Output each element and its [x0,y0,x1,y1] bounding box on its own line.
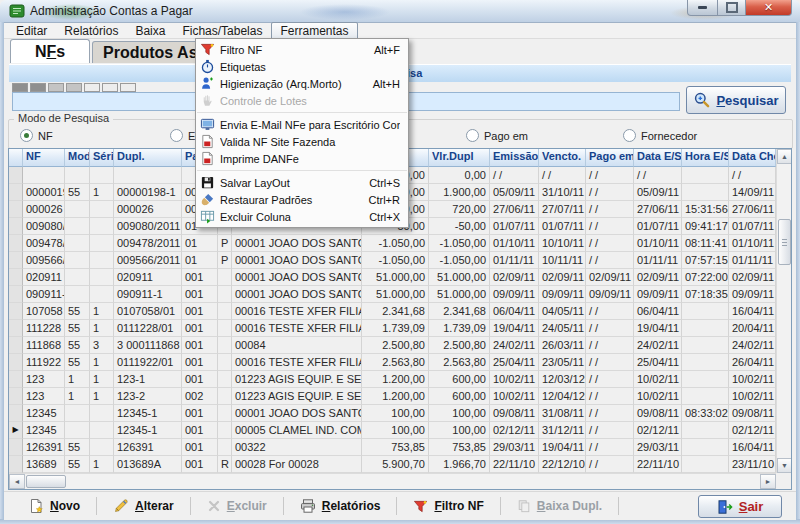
grid-header-vencto[interactable]: Vencto. [539,149,586,167]
grid-header-emissao[interactable]: Emissão [490,149,539,167]
grid-row-14[interactable]: 1234512345-100100001 JOAO DOS SANTOS100,… [9,405,776,422]
cell-data_cheg: 10/02/11 [729,388,776,405]
grid-header-mod[interactable]: Mod. [65,149,90,167]
cell-vencto: / / [539,167,586,184]
menubar-item-baixa[interactable]: Baixa [127,23,173,39]
menubar-item-fichas-tabelas[interactable]: Fichas/Tabelas [174,23,270,39]
cell-data_cheg: 01/10/11 [729,235,776,252]
cell-vlr_dupl: 720,00 [429,201,490,218]
grid-header-data_es[interactable]: Data E/S [634,149,682,167]
close-button[interactable]: ✕ [745,0,792,16]
cell-data_es: 10/02/11 [634,371,682,388]
scroll-down-button[interactable]: ▼ [777,458,792,473]
cell-hora_es [682,184,729,201]
cell-vencto: 04/05/11 [539,303,586,320]
cell-dupl: 009566/2011 [114,252,182,269]
row-selector [9,235,23,252]
cell-data_cheg: 09/09/11 [729,286,776,303]
vertical-scrollbar[interactable]: ▲ ▼ [776,149,791,473]
scroll-right-button[interactable]: ► [760,474,776,489]
grid-row-15[interactable]: ▶1234512345-100100005 CLAMEL IND. COM. P… [9,422,776,439]
cell-nf: 126391 [23,439,65,456]
horizontal-scrollbar[interactable]: ◄ ► [9,473,776,489]
cell-pago_em: / / [586,201,634,218]
row-selector [9,167,23,184]
button-label: Alterar [135,499,174,513]
cell-pa: 001 [182,286,218,303]
menubar-item-ferramentas[interactable]: Ferramentas [271,22,357,40]
grid-row-4[interactable]: 009478/2009478/201101P00001 JOAO DOS SAN… [9,235,776,252]
baixa-dupl-button: Baixa Dupl. [509,499,610,513]
menu-item-etiquetas[interactable]: Etiquetas [196,58,408,75]
cell-emissao: 01/07/11 [490,218,539,235]
cell-serie: 1 [90,184,114,201]
grid-header-serie[interactable]: Série [90,149,114,167]
grid-row-17[interactable]: 13689551013689A001R00028 For 000285.900,… [9,456,776,473]
scroll-up-button[interactable]: ▲ [777,149,792,164]
grid-row-12[interactable]: 12311123-100101223 AGIS EQUIP. E SERV IN… [9,371,776,388]
cell-mod: 55 [65,320,90,337]
menu-item-higieniza-o-arq-morto[interactable]: Higienização (Arq.Morto)Alt+H [196,75,408,92]
menu-item-salvar-layout[interactable]: Salvar LayOutCtrl+S [196,174,408,191]
grid-header-selector [9,149,23,167]
cell-flag [218,422,232,439]
grid-row-5[interactable]: 009566/2009566/201101P00001 JOAO DOS SAN… [9,252,776,269]
grid-header-vlr_dupl[interactable]: Vlr.Dupl [429,149,490,167]
grid-row-16[interactable]: 1263915512639100100322753,85753,8529/03/… [9,439,776,456]
pencil-icon [113,498,129,514]
cell-emissao: 10/02/11 [490,388,539,405]
cell-mod: 55 [65,184,90,201]
menu-item-excluir-coluna[interactable]: Excluir ColunaCtrl+X [196,208,408,225]
radio-pago-em[interactable]: Pago em [466,129,528,142]
toolbar-separator [96,497,97,515]
tab-nfs[interactable]: NFs [10,39,90,63]
menu-item-restaurar-padr-es[interactable]: Restaurar PadrõesCtrl+R [196,191,408,208]
filtro-nf-button[interactable]: Filtro NF [405,499,491,514]
cell-vlr_nf: 2.341,68 [362,303,429,320]
horizontal-scroll-thumb[interactable] [26,475,66,488]
menubar-item-relat-rios[interactable]: Relatórios [56,23,126,39]
radio-nf[interactable]: NF [20,129,53,142]
grid-row-7[interactable]: 090911-1090911-100100001 JOAO DOS SANTOS… [9,286,776,303]
cell-emissao: 06/04/11 [490,303,539,320]
search-button[interactable]: Pesquisar [686,86,786,114]
new-doc-icon [28,498,44,514]
grid-row-9[interactable]: 1112285510111228/0100100016 TESTE XFER F… [9,320,776,337]
alterar-button[interactable]: Alterar [105,498,182,514]
cell-data_cheg: 10/02/11 [729,371,776,388]
cell-serie: 1 [90,388,114,405]
maximize-button[interactable] [718,0,745,16]
relat-rios-button[interactable]: Relatórios [292,498,389,514]
sair-button[interactable]: Sair [698,495,782,518]
minimize-button[interactable] [687,0,718,16]
menu-item-valida-nf-site-fazenda[interactable]: Valida NF Site Fazenda [196,133,408,150]
cell-vlr_nf: 51.000,00 [362,269,429,286]
cell-dupl: 0107058/01 [114,303,182,320]
scroll-left-button[interactable]: ◄ [9,474,25,489]
cell-mod: 55 [65,337,90,354]
grid-row-10[interactable]: 1118685533 000111868001000842.500,802.50… [9,337,776,354]
grid-header-nf[interactable]: NF [23,149,65,167]
cell-mod: 55 [65,439,90,456]
cell-emissao: 09/09/11 [490,286,539,303]
grid-row-8[interactable]: 1070585510107058/0100100016 TESTE XFER F… [9,303,776,320]
grid-row-11[interactable]: 1119225510111922/0100100016 TESTE XFER F… [9,354,776,371]
cell-hora_es [682,320,729,337]
novo-button[interactable]: Novo [20,498,88,514]
cell-pago_em: / / [586,235,634,252]
menu-item-imprime-danfe[interactable]: Imprime DANFe [196,150,408,167]
vertical-scroll-thumb[interactable] [778,219,791,265]
grid-row-6[interactable]: 02091102091100100001 JOAO DOS SANTOS51.0… [9,269,776,286]
menu-item-envia-e-mail-nfe-para-escrit-rio-cont-bil[interactable]: Envia E-Mail NFe para Escritório Contábi… [196,116,408,133]
menu-item-filtro-nf[interactable]: Filtro NFAlt+F [196,41,408,58]
cell-hora_es: 07:22:00 [682,269,729,286]
grid-header-hora_es[interactable]: Hora E/S [682,149,729,167]
grid-header-pago_em[interactable]: Pago em [586,149,634,167]
radio-fornecedor[interactable]: Fornecedor [623,129,697,142]
menubar-item-editar[interactable]: Editar [8,23,55,39]
grid-header-dupl[interactable]: Dupl. [114,149,182,167]
grid-header-data_cheg[interactable]: Data Cheg [729,149,776,167]
cell-data_es: 06/04/11 [634,303,682,320]
grid-row-13[interactable]: 12311123-200201223 AGIS EQUIP. E SERV IN… [9,388,776,405]
cell-serie [90,218,114,235]
